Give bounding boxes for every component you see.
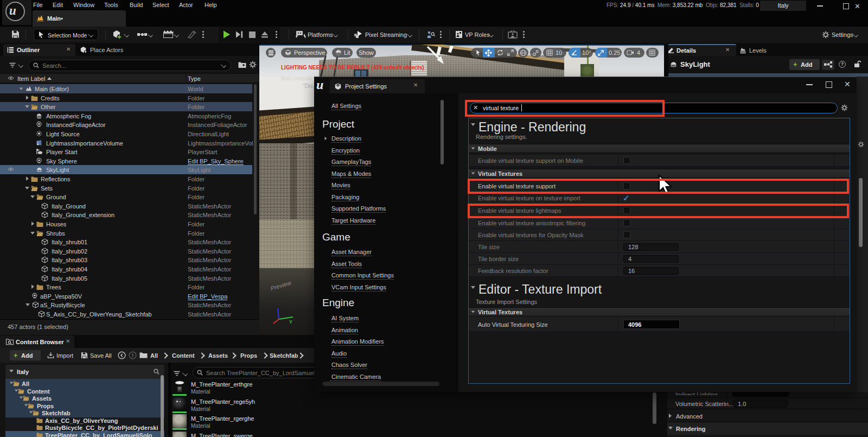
svg-text:Y: Y (289, 319, 292, 325)
